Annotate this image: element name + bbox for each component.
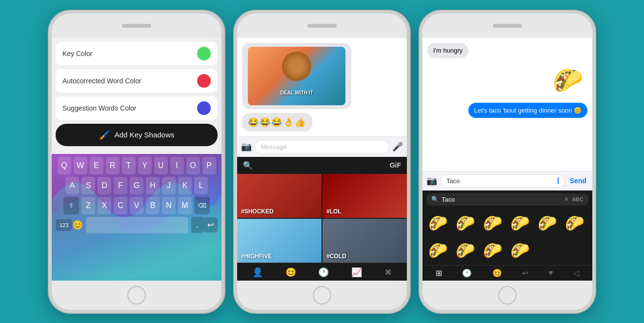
gif-search-icon[interactable]: 🔍 xyxy=(243,161,253,170)
key-b[interactable]: B xyxy=(146,197,160,214)
settings-list: Key Color Autocorrected Word Color Sugge… xyxy=(52,38,221,154)
key-h[interactable]: H xyxy=(146,177,160,194)
key-e[interactable]: E xyxy=(90,157,103,174)
gif-cell-shocked[interactable]: #SHOCKED xyxy=(237,174,322,218)
phone-screen-2: DEAL WITH IT 😂😂😂👌👍 📷 Message 🎤 🔍 GiF xyxy=(237,38,407,281)
keyboard-area: Q W E R T Y U I O P A S D F G H J K xyxy=(52,154,221,281)
sticker-taco-6[interactable]: 🌮 xyxy=(562,210,587,236)
add-shadows-button[interactable]: 🖌️ Add Key Shadows xyxy=(56,124,218,146)
camera-icon[interactable]: 📷 xyxy=(241,141,252,152)
sticker-nav-heart-icon[interactable]: ♥ xyxy=(548,268,553,277)
sticker-taco-3[interactable]: 🌮 xyxy=(480,210,505,236)
key-return[interactable]: ↩ xyxy=(203,217,218,232)
message-field[interactable]: Message xyxy=(255,140,389,154)
sticker-input-bar: 📷 Taco Send xyxy=(423,171,592,190)
gif-cell-highfive[interactable]: #HIGHFIVE xyxy=(237,219,322,263)
text-cursor xyxy=(558,177,559,184)
sticker-taco-9[interactable]: 🌮 xyxy=(480,238,505,263)
camera-icon-3[interactable]: 📷 xyxy=(426,175,437,186)
key-o[interactable]: O xyxy=(186,157,200,174)
key-p[interactable]: P xyxy=(202,157,216,174)
home-button-3[interactable] xyxy=(498,286,517,304)
key-m[interactable]: M xyxy=(178,197,192,214)
key-r[interactable]: R xyxy=(106,157,120,174)
phone-bottom-2 xyxy=(237,281,407,310)
sticker-taco-10[interactable]: 🌮 xyxy=(507,238,533,263)
gif-search-top-bar: 🔍 GiF xyxy=(237,157,407,174)
gif-label: GiF xyxy=(390,161,401,169)
phone-1: Key Color Autocorrected Word Color Sugge… xyxy=(49,11,224,313)
key-s[interactable]: S xyxy=(81,177,95,194)
sticker-grid: 🌮 🌮 🌮 🌮 🌮 🌮 🌮 🌮 🌮 🌮 xyxy=(423,209,592,265)
key-g[interactable]: G xyxy=(130,177,143,194)
taco-input-field[interactable]: Taco xyxy=(440,174,565,188)
sticker-nav-arrow-icon[interactable]: ↩ xyxy=(522,268,528,278)
gif-grid: #SHOCKED #LOL #HIGHFIVE #COLD xyxy=(237,174,407,263)
sticker-nav-speaker-icon[interactable]: ◁ xyxy=(573,268,579,278)
sticker-taco-4[interactable]: 🌮 xyxy=(507,210,533,236)
key-period[interactable]: . xyxy=(191,217,203,233)
home-button-2[interactable] xyxy=(313,286,331,304)
sticker-taco-8[interactable]: 🌮 xyxy=(453,238,478,263)
keyboard-row-3: ⇧ Z X C V B N M ⌫ xyxy=(54,197,220,214)
sticker-nav-grid-icon[interactable]: ⊞ xyxy=(436,268,442,278)
phone-speaker-2 xyxy=(307,24,337,28)
sticker-search-text: Taco xyxy=(442,196,561,203)
key-i[interactable]: I xyxy=(170,157,184,174)
sticker-abc-label[interactable]: ABC xyxy=(572,196,584,202)
key-c[interactable]: C xyxy=(114,197,127,214)
sticker-search-clear[interactable]: ✕ xyxy=(564,196,569,203)
key-v[interactable]: V xyxy=(130,197,143,214)
key-shift[interactable]: ⇧ xyxy=(63,197,79,214)
autocorrect-color-row[interactable]: Autocorrected Word Color xyxy=(56,69,218,93)
key-z[interactable]: Z xyxy=(81,197,95,214)
key-k[interactable]: K xyxy=(178,177,192,194)
home-button-1[interactable] xyxy=(127,286,146,304)
gif-cell-lol[interactable]: #LOL xyxy=(322,174,407,218)
gif-cell-cold[interactable]: #COLD xyxy=(322,219,407,263)
send-button[interactable]: Send xyxy=(568,177,588,185)
mic-icon[interactable]: 🎤 xyxy=(392,141,403,152)
gif-nav-emoji-icon[interactable]: 😊 xyxy=(285,267,296,278)
key-color-row[interactable]: Key Color xyxy=(56,42,218,65)
gif-nav-person-icon[interactable]: 👤 xyxy=(252,267,263,278)
sticker-taco-1[interactable]: 🌮 xyxy=(425,210,451,236)
gif-search-panel: 🔍 GiF #SHOCKED #LOL #HIGHFIVE #COLD xyxy=(237,157,407,263)
key-n[interactable]: N xyxy=(162,197,176,214)
key-space[interactable] xyxy=(86,217,188,233)
sticker-nav-emoji-icon[interactable]: 😊 xyxy=(492,268,502,278)
key-d[interactable]: D xyxy=(98,177,111,194)
gif-nav-clock-icon[interactable]: 🕐 xyxy=(318,267,329,278)
sticker-bottom-nav: ⊞ 🕐 😊 ↩ ♥ ◁ xyxy=(423,265,592,281)
emoji-message-bubble: 😂😂😂👌👍 xyxy=(242,113,312,132)
key-y[interactable]: Y xyxy=(138,157,152,174)
gif-nav-delete-icon[interactable]: ✖ xyxy=(384,267,392,278)
gif-nav-trending-icon[interactable]: 📈 xyxy=(351,267,362,278)
taco-bout-text: Let's taco 'bout getting dinner soon 😊 xyxy=(474,107,582,114)
key-x[interactable]: X xyxy=(98,197,111,214)
key-numbers[interactable]: 123 xyxy=(56,219,72,231)
key-j[interactable]: J xyxy=(162,177,176,194)
sticker-nav-clock-icon[interactable]: 🕐 xyxy=(462,268,472,278)
autocorrect-color-swatch[interactable] xyxy=(197,74,211,88)
key-color-swatch[interactable] xyxy=(197,47,211,60)
key-q[interactable]: Q xyxy=(58,157,71,174)
sticker-taco-7[interactable]: 🌮 xyxy=(425,238,451,263)
hungry-text: I'm hungry xyxy=(433,47,463,54)
phone-screen-1: Key Color Autocorrected Word Color Sugge… xyxy=(52,38,221,281)
key-emoji[interactable]: 😊 xyxy=(72,220,83,230)
sticker-taco-5[interactable]: 🌮 xyxy=(535,210,560,236)
key-a[interactable]: A xyxy=(65,177,79,194)
key-delete[interactable]: ⌫ xyxy=(194,197,210,214)
message-input-bar: 📷 Message 🎤 xyxy=(237,136,407,157)
key-w[interactable]: W xyxy=(74,157,87,174)
suggestion-color-swatch[interactable] xyxy=(197,101,211,115)
key-f[interactable]: F xyxy=(114,177,127,194)
sticker-taco-2[interactable]: 🌮 xyxy=(453,210,478,236)
autocorrect-color-label: Autocorrected Word Color xyxy=(62,77,141,85)
suggestion-color-row[interactable]: Suggestion Words Color xyxy=(56,96,218,120)
key-t[interactable]: T xyxy=(122,157,136,174)
key-l[interactable]: L xyxy=(194,177,208,194)
keyboard-bottom-bar: 123 😊 . ↩ xyxy=(54,217,220,233)
key-u[interactable]: U xyxy=(154,157,168,174)
